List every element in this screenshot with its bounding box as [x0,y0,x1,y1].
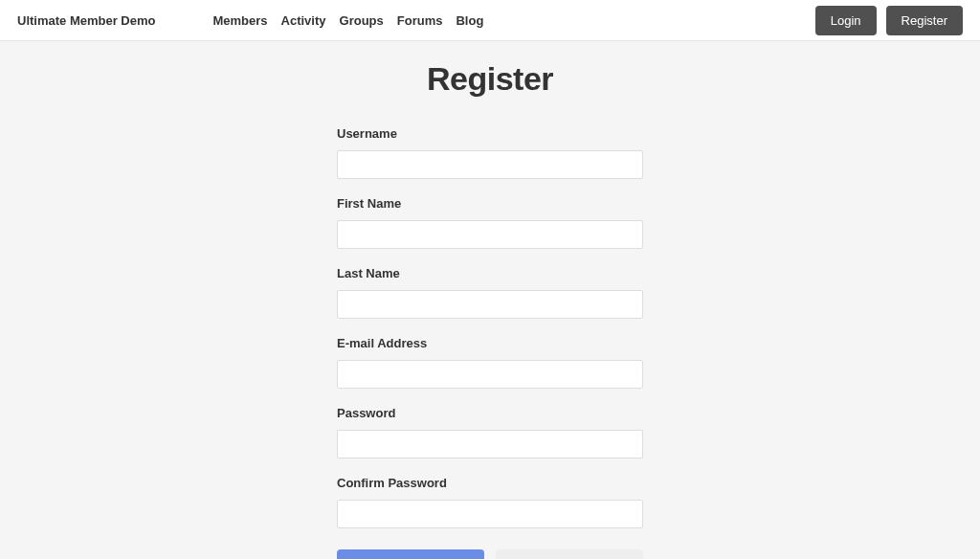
confirm-password-input[interactable] [337,500,643,528]
field-first-name: First Name [337,196,643,249]
submit-register-button[interactable]: Register [337,549,484,559]
nav-members[interactable]: Members [212,13,267,28]
page-title: Register [427,60,553,98]
nav-groups[interactable]: Groups [340,13,384,28]
form-actions: Register Login [337,549,643,559]
register-button[interactable]: Register [886,6,963,35]
nav-forums[interactable]: Forums [397,13,443,28]
nav-activity[interactable]: Activity [281,13,326,28]
field-password: Password [337,406,643,458]
main-content: Register Username First Name Last Name E… [0,41,980,559]
first-name-input[interactable] [337,220,643,249]
label-email: E-mail Address [337,336,643,350]
header-right: Login Register [815,6,963,35]
login-button[interactable]: Login [815,6,877,35]
register-form: Username First Name Last Name E-mail Add… [337,126,643,559]
email-input[interactable] [337,360,643,389]
field-email: E-mail Address [337,336,643,389]
username-input[interactable] [337,150,643,179]
last-name-input[interactable] [337,290,643,319]
field-confirm-password: Confirm Password [337,476,643,528]
nav-blog[interactable]: Blog [456,13,483,28]
label-password: Password [337,406,643,420]
field-username: Username [337,126,643,179]
password-input[interactable] [337,430,643,458]
label-last-name: Last Name [337,266,643,280]
label-first-name: First Name [337,196,643,211]
header: Ultimate Member Demo Members Activity Gr… [0,0,980,41]
field-last-name: Last Name [337,266,643,319]
main-nav: Members Activity Groups Forums Blog [212,13,483,28]
go-login-button[interactable]: Login [496,549,643,559]
header-left: Ultimate Member Demo Members Activity Gr… [17,13,483,28]
brand[interactable]: Ultimate Member Demo [17,13,155,28]
label-username: Username [337,126,643,141]
label-confirm-password: Confirm Password [337,476,643,490]
